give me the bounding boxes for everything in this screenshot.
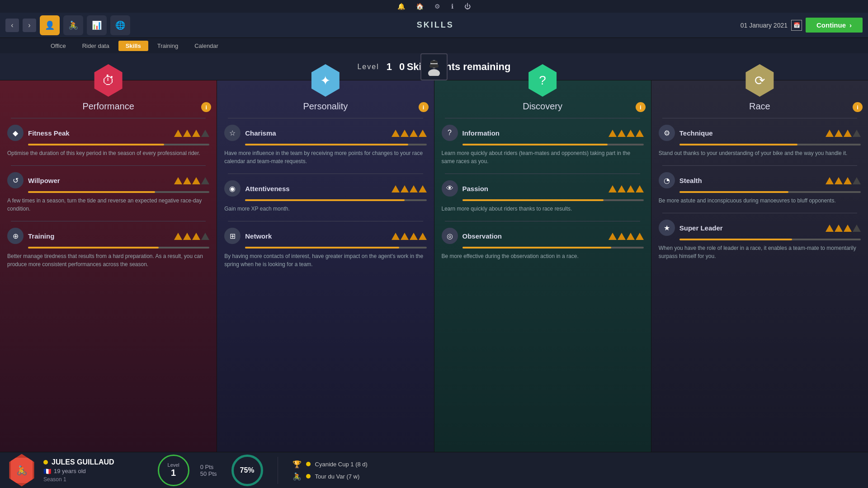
- skill-stars-personality-2: [392, 232, 427, 240]
- skill-personality-2: ⊞NetworkBy having more contacts of inter…: [217, 224, 434, 274]
- skill-header-race-1: ◔Stealth: [659, 172, 861, 188]
- divider-performance-1: [11, 165, 206, 166]
- star-filled: [174, 130, 182, 137]
- svg-rect-2: [429, 64, 439, 68]
- race-info: 🏆 Cyanide Cup 1 (8 d) 🚴 Tour du Var (7 w…: [292, 460, 368, 481]
- rider-season: Season 1: [43, 476, 114, 483]
- page-title: SKILLS: [134, 20, 737, 30]
- skill-stars-discovery-1: [609, 184, 644, 192]
- skill-bar-fill-performance-1: [28, 191, 155, 193]
- star-filled: [192, 130, 200, 137]
- skill-icon-discovery-0: ?: [442, 125, 458, 141]
- skill-name-performance-1: Willpower: [28, 177, 170, 184]
- tab-rider-data[interactable]: Rider data: [75, 41, 117, 51]
- star-filled: [401, 233, 409, 240]
- skill-desc-performance-2: Better manage tiredness that results fro…: [7, 252, 209, 268]
- personality-info-button[interactable]: i: [419, 102, 429, 112]
- tab-calendar[interactable]: Calendar: [187, 41, 226, 51]
- skill-header-performance-0: ◆Fitness Peak: [7, 125, 209, 141]
- divider-personality-0: [228, 118, 423, 118]
- star-filled: [618, 185, 626, 192]
- pts-current: 0 Pts: [200, 464, 217, 470]
- race-info-button[interactable]: i: [853, 102, 863, 112]
- home-icon[interactable]: 🏠: [416, 3, 424, 10]
- cycling-icon: 🚴: [292, 472, 302, 481]
- performance-info-button[interactable]: i: [201, 102, 211, 112]
- forward-button[interactable]: ›: [23, 19, 36, 32]
- skill-stars-personality-1: [392, 184, 427, 192]
- race-item-0: 🏆 Cyanide Cup 1 (8 d): [292, 460, 368, 469]
- svg-point-1: [428, 69, 440, 76]
- star-filled: [410, 233, 418, 240]
- skill-race-0: ⚙TechniqueStand out thanks to your under…: [651, 121, 868, 163]
- skill-header-personality-0: ☆Charisma: [224, 125, 426, 141]
- main-content: ⏱iPerformance◆Fitness PeakOptimise the d…: [0, 80, 868, 452]
- date-text: 01 January 2021: [741, 22, 788, 29]
- skill-icon-race-1: ◔: [659, 172, 675, 188]
- skill-name-performance-2: Training: [28, 232, 170, 240]
- card-performance: ⏱iPerformance◆Fitness PeakOptimise the d…: [0, 80, 217, 452]
- star-filled: [392, 233, 400, 240]
- nav-profile-icon[interactable]: 👤: [40, 15, 60, 35]
- tab-office[interactable]: Office: [43, 41, 73, 51]
- skill-bar-discovery-0: [462, 144, 644, 145]
- skill-points: 0 Skill Points remaining: [399, 61, 511, 73]
- back-button[interactable]: ‹: [5, 19, 19, 32]
- skill-icon-race-0: ⚙: [659, 125, 675, 141]
- nav-globe-icon[interactable]: 🌐: [110, 15, 130, 35]
- race-label-1: Tour du Var (7 w): [315, 473, 360, 480]
- performance-title: Performance: [82, 101, 134, 112]
- star-filled: [183, 177, 191, 184]
- calendar-icon[interactable]: 📅: [791, 20, 802, 31]
- race-dot-0: [306, 462, 311, 466]
- star-filled: [392, 185, 400, 192]
- star-filled: [627, 130, 635, 137]
- level-value: 1: [387, 61, 392, 73]
- star-filled: [609, 185, 617, 192]
- nav-rider-icon[interactable]: 🚴: [63, 15, 83, 35]
- player-avatar: [420, 53, 448, 80]
- svg-rect-3: [430, 61, 438, 63]
- skill-stars-race-2: [826, 224, 861, 232]
- star-filled: [174, 233, 182, 240]
- flag-icon: 🇫🇷: [43, 468, 51, 475]
- nav-stats-icon[interactable]: 📊: [87, 15, 107, 35]
- skill-performance-1: ↺WillpowerA few times in a season, turn …: [0, 169, 217, 218]
- star-filled: [826, 225, 834, 232]
- divider-personality-2: [228, 221, 423, 221]
- gear-icon[interactable]: ⚙: [434, 3, 440, 10]
- skill-icon-personality-2: ⊞: [224, 228, 241, 244]
- bell-icon[interactable]: 🔔: [397, 3, 405, 10]
- skill-bar-fill-performance-0: [28, 144, 164, 145]
- skill-desc-discovery-0: Learn more quickly about riders (team-ma…: [442, 149, 644, 165]
- power-icon[interactable]: ⏻: [464, 3, 471, 10]
- continue-button[interactable]: Continue ›: [806, 18, 863, 33]
- star-filled: [835, 177, 843, 184]
- star-empty: [201, 177, 209, 184]
- skill-desc-personality-0: Have more influence in the team by recei…: [224, 149, 426, 165]
- tab-skills[interactable]: Skills: [118, 41, 148, 51]
- skill-bar-personality-0: [245, 144, 426, 145]
- skill-bar-race-0: [679, 144, 861, 145]
- star-empty: [201, 233, 209, 240]
- bottom-bar: 🚴 JULES GUILLAUD 🇫🇷 19 years old Season …: [0, 452, 868, 488]
- skill-bar-row-personality-1: [245, 199, 426, 201]
- skill-bar-fill-personality-0: [245, 144, 408, 145]
- skill-personality-1: ◉AttentivenessGain more XP each month.: [217, 177, 434, 218]
- star-filled: [618, 130, 626, 137]
- tab-training[interactable]: Training: [150, 41, 185, 51]
- star-filled: [826, 177, 834, 184]
- star-filled: [636, 233, 644, 240]
- discovery-info-button[interactable]: i: [636, 102, 646, 112]
- skill-bar-fill-personality-2: [245, 247, 399, 249]
- skill-desc-discovery-1: Learn more quickly about riders thanks t…: [442, 205, 644, 213]
- rider-age: 19 years old: [54, 468, 86, 474]
- skill-bar-performance-1: [28, 191, 209, 193]
- skill-bar-row-performance-0: [28, 144, 209, 145]
- skill-desc-race-2: When you have the role of leader in a ra…: [659, 244, 861, 260]
- skill-stars-race-1: [826, 176, 861, 184]
- card-discovery: ?iDiscovery?InformationLearn more quickl…: [434, 80, 651, 452]
- rider-status-dot: [43, 460, 48, 465]
- info-icon[interactable]: ℹ: [451, 3, 453, 10]
- star-filled: [192, 233, 200, 240]
